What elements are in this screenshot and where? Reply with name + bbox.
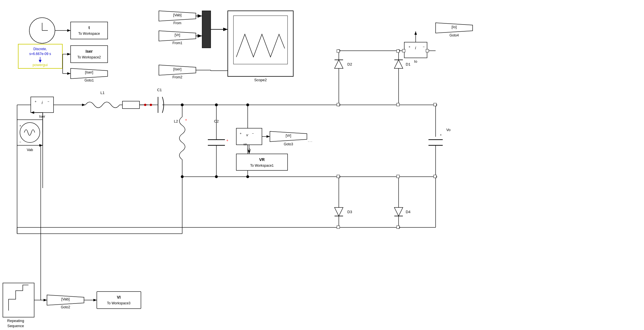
vab-minus-label: −: [19, 140, 21, 144]
d1-label: D1: [406, 62, 411, 66]
iser-sensor-label: Iser: [39, 114, 45, 119]
svg-rect-122: [337, 175, 340, 178]
svg-rect-119: [337, 50, 340, 52]
c1-label: C1: [157, 88, 162, 92]
svg-rect-25: [233, 16, 288, 64]
svg-rect-109: [3, 283, 34, 317]
svg-point-29: [20, 123, 40, 142]
from2-label: From2: [173, 75, 182, 79]
l2-plus-label: +: [185, 118, 187, 122]
vin-label: vin: [243, 143, 247, 146]
circuit-diagram: Clock t To Workspace Discrete, s=6.667e-…: [0, 0, 644, 330]
scope2-label: Scope2: [254, 78, 267, 82]
svg-rect-115: [97, 292, 141, 309]
svg-rect-124: [397, 175, 399, 178]
svg-rect-127: [434, 175, 436, 178]
goto4-label: Goto4: [450, 33, 459, 37]
svg-rect-129: [426, 49, 429, 52]
l2-label: L2: [174, 119, 178, 123]
vr-from-label: [Vr]: [175, 33, 180, 37]
iser-plus-label: +: [35, 100, 36, 103]
vab-plus-label: +: [19, 124, 21, 127]
svg-rect-31: [122, 101, 140, 109]
vo-plus-label: +: [440, 133, 442, 137]
vr-ws-name-label: VR: [259, 157, 264, 162]
svg-rect-121: [397, 50, 399, 52]
svg-rect-120: [397, 103, 399, 106]
goto3-label: Goto3: [284, 142, 293, 146]
c2-plus-label: +: [226, 138, 228, 142]
vr-minus-label: −: [252, 132, 254, 135]
svg-rect-126: [434, 103, 436, 106]
svg-rect-66: [236, 128, 262, 145]
vo-label: Vo: [446, 128, 450, 132]
svg-rect-123: [337, 226, 340, 229]
svg-rect-71: [236, 154, 288, 170]
svg-marker-90: [335, 207, 343, 216]
from-label: From: [173, 21, 181, 25]
diagram-container: Clock t To Workspace Discrete, s=6.667e-…: [0, 0, 644, 330]
vab-from-label: [Vab]: [173, 13, 181, 17]
svg-rect-18: [202, 11, 211, 48]
svg-rect-128: [402, 49, 405, 52]
iser-ws2-name-label: Iser: [86, 49, 93, 54]
svg-rect-125: [397, 226, 399, 229]
vi-name-label: VI: [117, 295, 120, 300]
powergui-s-label: s=6.667e-09 s: [29, 52, 51, 56]
rep-seq-label2: Sequence: [7, 324, 24, 328]
io-minus-label: −: [423, 45, 424, 48]
svg-rect-118: [337, 103, 340, 106]
d2-label: D2: [347, 62, 352, 66]
to-workspace3-label: To Workspace3: [107, 301, 131, 305]
rep-seq-label: Repeating: [7, 319, 24, 323]
svg-rect-6: [71, 22, 108, 39]
svg-marker-78: [394, 60, 403, 68]
to-workspace-label: To Workspace: [78, 32, 100, 36]
iser-from-label: [Iser]: [173, 67, 182, 71]
svg-marker-74: [335, 60, 343, 68]
io-plus-label: +: [409, 45, 410, 48]
to-workspace2-label: To Workspace2: [77, 55, 101, 59]
svg-point-51: [215, 103, 218, 106]
powergui-discrete-label: Discrete,: [33, 47, 47, 51]
from1-label: From1: [173, 41, 182, 45]
io-label: Io: [414, 59, 417, 64]
goto1-label: Goto1: [85, 78, 94, 82]
d4-label: D4: [406, 210, 411, 214]
gap-indicator: …: [307, 137, 313, 143]
powergui-label: powergui: [33, 63, 48, 67]
iser-goto-label: [Iser]: [85, 70, 93, 74]
iser-minus-label: −: [48, 100, 49, 103]
to-workspace1-label: To Workspace1: [250, 164, 274, 168]
d3-label: D3: [347, 210, 352, 214]
l1-label: L1: [101, 91, 104, 95]
io-goto-label: [Io]: [452, 25, 457, 29]
vr-plus-label: +: [240, 132, 241, 135]
svg-marker-94: [394, 207, 403, 216]
goto2-label: Goto2: [61, 305, 70, 309]
svg-rect-11: [71, 46, 108, 63]
vab-goto-label: [Vab]: [61, 297, 69, 301]
vab-label: Vab: [27, 148, 33, 152]
vr-goto-label: [Vr]: [286, 133, 291, 138]
to-workspace-t-label: t: [89, 25, 90, 30]
